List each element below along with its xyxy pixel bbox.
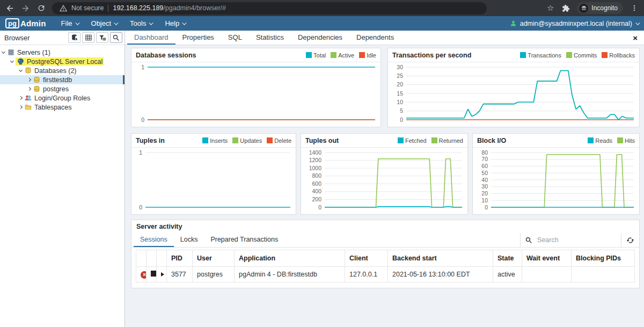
browser-chrome: Not secure 192.168.225.189/pgadmin4/brow…	[0, 0, 644, 16]
logo-admin-text: Admin	[20, 19, 46, 28]
chart-title: Block I/O	[477, 137, 506, 144]
tree-label: PostgreSQL Server Local	[27, 58, 103, 66]
tab-dashboard[interactable]: Dashboard	[127, 31, 175, 45]
cancel-query-icon[interactable]: ×	[141, 271, 147, 279]
tree-item-postgres-db[interactable]: postgres	[0, 84, 125, 93]
tab-dependents[interactable]: Dependents	[349, 31, 401, 45]
chart-title: Tuples out	[305, 137, 339, 144]
tab-statistics[interactable]: Statistics	[249, 31, 291, 45]
close-icon[interactable]: ×	[626, 31, 644, 45]
legend-swatch	[588, 137, 594, 143]
logo-pg-badge: pg	[5, 18, 19, 28]
warning-icon[interactable]	[60, 5, 67, 12]
legend-swatch	[306, 52, 312, 58]
main-menu: File Object Tools Help	[61, 19, 186, 27]
cell-state: active	[493, 267, 522, 282]
back-icon[interactable]	[5, 4, 14, 13]
menu-help[interactable]: Help	[165, 19, 185, 27]
svg-text:200: 200	[312, 196, 321, 202]
column-header-pid: PID	[167, 250, 193, 267]
tuples-out-panel: Tuples out FetchedReturned 0200400600800…	[301, 133, 468, 215]
legend-swatch	[398, 137, 404, 143]
forward-icon[interactable]	[21, 4, 30, 13]
chart-legend: ReadsHits	[588, 137, 635, 144]
incognito-label: Incognito	[591, 4, 618, 12]
legend-swatch	[566, 52, 572, 58]
extensions-puzzle-icon[interactable]	[561, 4, 570, 13]
svg-text:80: 80	[481, 149, 488, 156]
server-activity-panel: Server activity Sessions Locks Prepared …	[131, 220, 640, 288]
block-io-chart: 01020304050607080	[473, 148, 639, 214]
browser-sidebar: Browser	[0, 31, 125, 327]
tab-sessions[interactable]: Sessions	[134, 233, 174, 247]
chart-legend: TransactionsCommitsRollbacks	[520, 52, 635, 59]
svg-text:0: 0	[318, 204, 321, 210]
tree-item-postgresql-server[interactable]: PostgreSQL Server Local	[0, 57, 125, 66]
tree-item-firsttestdb[interactable]: firsttestdb	[0, 75, 125, 84]
chrome-menu-dots-icon[interactable]	[630, 4, 639, 13]
tree-label: Servers (1)	[17, 49, 50, 56]
chart-svg: 051015202530	[388, 62, 639, 127]
quick-search-db-icon[interactable]	[68, 32, 80, 43]
transactions-per-second-panel: Transactions per second TransactionsComm…	[387, 48, 640, 127]
grid-view-icon[interactable]	[82, 32, 94, 43]
legend-item: Rollbacks	[602, 52, 635, 59]
menu-file[interactable]: File	[61, 19, 78, 27]
tree-item-databases[interactable]: Databases (2)	[0, 66, 125, 75]
reload-icon[interactable]	[36, 4, 46, 13]
tab-prepared-transactions[interactable]: Prepared Transactions	[204, 233, 284, 247]
svg-text:1: 1	[139, 149, 142, 156]
legend-item: Total	[306, 52, 326, 59]
chart-legend: FetchedReturned	[398, 137, 463, 144]
chevron-down-icon[interactable]	[19, 68, 23, 72]
chart-svg: 0200400600800100012001400	[301, 148, 467, 214]
chevron-down-icon[interactable]	[2, 50, 5, 54]
cancel-column-header	[136, 250, 147, 267]
svg-text:1: 1	[141, 64, 144, 70]
svg-text:25: 25	[397, 72, 403, 79]
url-bar[interactable]: Not secure 192.168.225.189/pgadmin4/brow…	[52, 2, 487, 14]
legend-swatch	[602, 52, 608, 58]
svg-text:10: 10	[481, 197, 488, 204]
menu-object[interactable]: Object	[91, 19, 118, 27]
tab-properties[interactable]: Properties	[175, 31, 221, 45]
tab-sql[interactable]: SQL	[221, 31, 249, 45]
session-search	[520, 233, 621, 247]
tree-item-login-group-roles[interactable]: Login/Group Roles	[0, 93, 125, 103]
tab-locks[interactable]: Locks	[174, 233, 204, 247]
search-icon[interactable]	[110, 32, 122, 43]
column-header-user: User	[193, 250, 235, 267]
transactions-per-second-chart: 051015202530	[388, 62, 639, 127]
user-email: admin@sysadminxpert.local (internal)	[520, 20, 632, 27]
bookmark-star-icon[interactable]: ☆	[546, 4, 555, 13]
legend-swatch	[520, 52, 526, 58]
legend-item: Inserts	[202, 137, 228, 144]
search-input[interactable]	[537, 236, 617, 244]
chevron-right-icon[interactable]	[19, 105, 23, 109]
chart-svg: 01	[131, 62, 380, 127]
cell-pid: 3577	[167, 267, 193, 282]
chevron-right-icon[interactable]	[27, 78, 31, 82]
chevron-right-icon[interactable]	[27, 87, 31, 91]
pgadmin-header: pg Admin File Object Tools Help admin@sy…	[0, 16, 644, 31]
chevron-right-icon[interactable]	[19, 96, 23, 100]
url-path: /pgadmin4/browser/#	[163, 4, 226, 12]
tab-dependencies[interactable]: Dependencies	[291, 31, 349, 45]
url-divider	[108, 5, 108, 12]
menu-tools[interactable]: Tools	[130, 19, 152, 27]
chevron-down-icon[interactable]	[10, 59, 14, 63]
search-icon[interactable]	[525, 236, 533, 244]
user-menu[interactable]: admin@sysadminxpert.local (internal)	[510, 20, 639, 27]
pgadmin-logo[interactable]: pg Admin	[5, 18, 46, 28]
legend-swatch	[617, 137, 623, 143]
url-text: 192.168.225.189/pgadmin4/browser/#	[113, 4, 226, 12]
expand-row-icon[interactable]	[161, 272, 164, 277]
table-row: × 3577 postgres pgAdmin 4 - DB:firsttest…	[136, 267, 635, 282]
terminate-session-icon[interactable]	[151, 271, 157, 277]
tree-item-servers[interactable]: Servers (1)	[0, 48, 125, 57]
refresh-icon[interactable]	[621, 233, 639, 247]
filter-funnel-icon[interactable]	[96, 32, 108, 43]
tree-item-tablespaces[interactable]: Tablespaces	[0, 103, 125, 112]
dashboard: Database sessions TotalActiveIdle 01 Tra…	[125, 45, 644, 327]
column-header-blocking-pids: Blocking PIDs	[572, 250, 635, 267]
